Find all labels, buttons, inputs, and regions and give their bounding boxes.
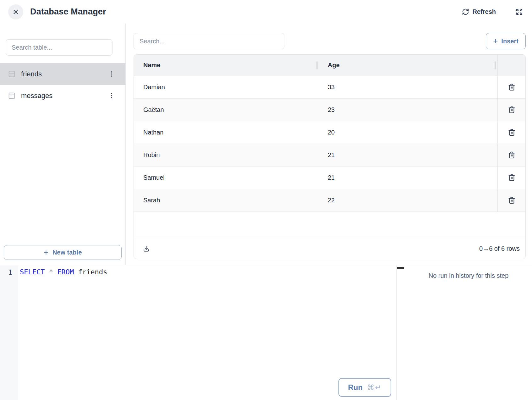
table-row[interactable]: Samuel 21	[134, 167, 525, 189]
cell-age[interactable]: 33	[318, 76, 497, 98]
run-history-panel: No run in history for this step	[405, 265, 532, 400]
table-name-label: friends	[21, 70, 42, 78]
trash-icon	[507, 106, 516, 114]
page-title: Database Manager	[30, 7, 106, 17]
row-search-input[interactable]	[134, 33, 284, 49]
close-icon	[12, 8, 20, 16]
fullscreen-button[interactable]	[515, 8, 523, 16]
sidebar-item-messages[interactable]: messages	[0, 85, 125, 107]
table-search-input[interactable]	[6, 39, 112, 56]
cell-actions	[497, 189, 525, 211]
cell-actions	[497, 121, 525, 144]
download-icon	[143, 245, 150, 252]
delete-row-button[interactable]	[506, 150, 517, 161]
delete-row-button[interactable]	[506, 195, 517, 206]
table-item-menu-button[interactable]	[107, 69, 116, 79]
editor-section: 1 SELECT * FROM friends Run ⌘↵ No run in…	[0, 265, 532, 400]
grid-toolbar: + Insert	[134, 33, 526, 49]
sql-code-line[interactable]: SELECT * FROM friends	[20, 268, 396, 276]
content-area: friends messages	[0, 24, 532, 265]
database-manager-window: Database Manager Refresh	[0, 0, 532, 400]
sidebar-item-friends[interactable]: friends	[0, 63, 125, 85]
kebab-menu-icon	[108, 71, 115, 77]
plus-icon: +	[44, 248, 48, 256]
grid-header-row: Name Age	[134, 55, 525, 76]
row-range-status: 0→6 of 6 rows	[479, 245, 520, 252]
new-table-button[interactable]: + New table	[4, 245, 122, 260]
run-query-button[interactable]: Run ⌘↵	[338, 378, 391, 397]
cell-age[interactable]: 21	[318, 167, 497, 189]
grid-footer: 0→6 of 6 rows	[134, 238, 525, 259]
main-panel: + Insert Name Age Damian 33	[126, 24, 532, 265]
table-row[interactable]: Gaëtan 23	[134, 99, 525, 121]
column-header-actions	[497, 55, 525, 76]
export-button[interactable]	[143, 245, 150, 252]
delete-row-button[interactable]	[506, 104, 517, 115]
table-icon	[8, 92, 16, 100]
data-grid: Name Age Damian 33	[134, 54, 526, 259]
line-number: 1	[0, 269, 12, 276]
trash-icon	[507, 173, 516, 182]
table-row[interactable]: Robin 21	[134, 144, 525, 167]
history-empty-message: No run in history for this step	[405, 272, 532, 279]
table-item-menu-button[interactable]	[107, 91, 116, 100]
table-icon	[8, 70, 16, 78]
plus-icon: +	[493, 37, 498, 45]
insert-button[interactable]: + Insert	[486, 33, 526, 49]
delete-row-button[interactable]	[506, 127, 517, 138]
refresh-button[interactable]: Refresh	[462, 8, 496, 15]
expand-icon	[515, 8, 523, 16]
refresh-label: Refresh	[473, 8, 496, 15]
run-shortcut-hint: ⌘↵	[367, 383, 381, 392]
cell-name[interactable]: Robin	[134, 144, 318, 166]
sql-operator: *	[45, 268, 57, 276]
refresh-icon	[462, 8, 469, 15]
cell-actions	[497, 76, 525, 98]
cell-age[interactable]: 23	[318, 99, 497, 121]
run-label: Run	[348, 383, 363, 392]
cell-name[interactable]: Gaëtan	[134, 99, 318, 121]
cell-actions	[497, 167, 525, 189]
grid-body: Damian 33	[134, 76, 525, 212]
insert-label: Insert	[501, 38, 518, 45]
trash-icon	[507, 151, 516, 159]
cell-age[interactable]: 22	[318, 189, 497, 211]
cell-name[interactable]: Damian	[134, 76, 318, 98]
sidebar: friends messages	[0, 24, 126, 265]
trash-icon	[507, 128, 516, 137]
new-table-label: New table	[52, 249, 82, 256]
table-row[interactable]: Damian 33	[134, 76, 525, 99]
trash-icon	[507, 83, 516, 91]
sql-identifier: friends	[74, 268, 107, 276]
column-header-age[interactable]: Age	[318, 55, 497, 76]
table-row[interactable]: Nathan 20	[134, 121, 525, 144]
close-button[interactable]	[8, 4, 23, 19]
scrollbar-thumb[interactable]	[397, 267, 404, 269]
cell-actions	[497, 99, 525, 121]
table-row[interactable]: Sarah 22	[134, 189, 525, 212]
grid-empty-space	[134, 212, 525, 238]
delete-row-button[interactable]	[506, 82, 517, 93]
cell-name[interactable]: Sarah	[134, 189, 318, 211]
cell-age[interactable]: 21	[318, 144, 497, 166]
editor-scrollbar[interactable]	[396, 265, 405, 400]
sql-keyword: SELECT	[20, 268, 45, 276]
column-header-name[interactable]: Name	[134, 55, 318, 76]
cell-name[interactable]: Samuel	[134, 167, 318, 189]
table-name-label: messages	[21, 92, 52, 100]
trash-icon	[507, 196, 516, 205]
top-bar: Database Manager Refresh	[0, 0, 532, 24]
sql-keyword: FROM	[57, 268, 74, 276]
editor-gutter: 1	[0, 265, 18, 400]
cell-age[interactable]: 20	[318, 121, 497, 144]
delete-row-button[interactable]	[506, 172, 517, 183]
sql-editor[interactable]: SELECT * FROM friends Run ⌘↵	[18, 265, 396, 400]
cell-actions	[497, 144, 525, 166]
cell-name[interactable]: Nathan	[134, 121, 318, 144]
kebab-menu-icon	[108, 92, 115, 99]
table-list: friends messages	[0, 63, 125, 107]
